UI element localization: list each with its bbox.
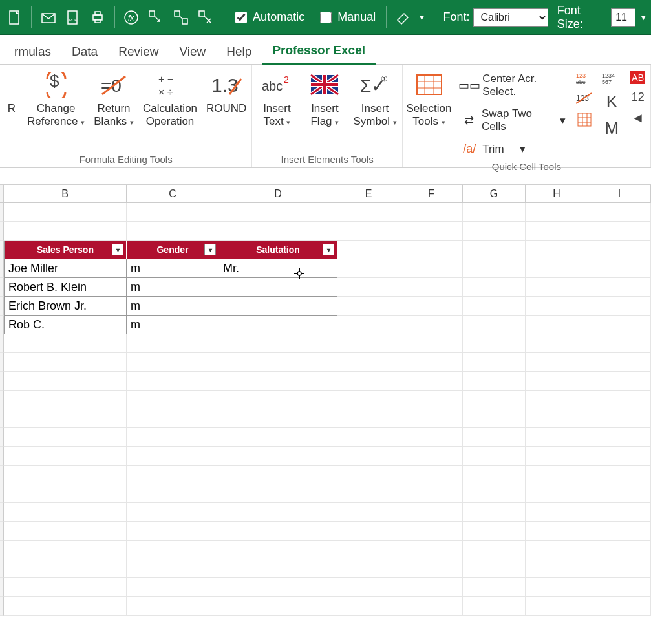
tab-professor-excel[interactable]: Professor Excel [262,37,376,65]
font-selector[interactable]: Calibri [473,8,548,27]
number-pair-icon[interactable]: 1234567 [602,71,621,85]
automatic-checkbox[interactable]: Automatic [233,10,304,25]
col-header-f[interactable]: F [400,185,463,202]
filter-button-salutation[interactable]: ▾ [323,244,334,255]
col-header-d[interactable]: D [219,185,337,202]
fontsize-caret[interactable]: ▼ [639,13,647,22]
trim-icon: /a/ [460,142,478,156]
svg-text:fx: fx [128,14,134,23]
first-partial-button[interactable]: R [5,67,18,115]
grid-icon[interactable] [577,113,592,127]
ribbon-content: R $ ChangeReference ▾ =0 ReturnBlanks ▾ … [0,65,651,168]
fontsize-label: Font Size: [557,4,607,31]
ab-red-icon[interactable]: AB [630,71,645,84]
letter-k-icon[interactable]: K [606,92,617,112]
svg-rect-38 [578,113,591,126]
remove-link-icon[interactable] [195,6,217,29]
pdf-file-icon[interactable]: PDF [62,6,84,29]
svg-text:1.3: 1.3 [211,74,239,96]
svg-rect-29 [417,75,442,94]
quick-access-toolbar: PDF fx Automatic Manual ▼ Font: Calibri … [0,0,651,35]
eraser-icon[interactable] [392,6,414,29]
mail-file-icon[interactable] [37,6,59,29]
svg-rect-5 [95,12,100,15]
link-cell-icon[interactable] [145,6,167,29]
tab-review[interactable]: Review [108,38,169,64]
col-header-g[interactable]: G [463,185,526,202]
group-label-formula-editing: Formula Editing Tools [5,151,246,166]
filter-button-gender[interactable]: ▾ [204,244,216,255]
number-strike-icon[interactable]: 123 [576,92,593,106]
svg-text:× ÷: × ÷ [158,87,173,98]
group-quick-cell-tools: SelectionTools ▾ ▭▭ Center Acr. Select. … [403,65,651,167]
col-header-h[interactable]: H [526,185,588,202]
selection-tools-button[interactable]: SelectionTools ▾ [408,67,450,129]
symbol-icon: Σ✓① [359,71,391,100]
change-reference-button[interactable]: $ ChangeReference ▾ [27,67,85,129]
center-across-icon: ▭▭ [460,78,478,92]
font-label: Font: [443,10,469,24]
table-row[interactable]: Robert B. Klein m [0,278,651,297]
table-row[interactable]: Rob C. m [0,316,651,334]
svg-rect-6 [95,19,100,23]
tab-view[interactable]: View [169,38,216,64]
manual-label: Manual [337,10,376,24]
letter-m-icon[interactable]: M [604,118,619,138]
filter-button-sales-person[interactable]: ▾ [112,244,123,255]
tab-help[interactable]: Help [216,38,262,64]
table-header-sales-person[interactable]: Sales Person ▾ [4,241,127,259]
col-header-b[interactable]: B [4,185,127,202]
back-arrow-icon[interactable]: ◄ [632,111,645,125]
eraser-dropdown-caret[interactable]: ▼ [418,13,426,22]
table-row[interactable]: Joe Miller m Mr. [0,259,651,278]
table-header-salutation[interactable]: Salutation ▾ [219,241,337,259]
swap-two-cells-button[interactable]: ⇄ Swap Two Cells ▾ [459,105,567,136]
tab-data[interactable]: Data [61,38,108,64]
abc-icon: abc2 [261,71,293,100]
insert-text-button[interactable]: abc2 InsertText ▾ [257,67,296,129]
flag-icon [310,71,339,100]
group-formula-editing: R $ ChangeReference ▾ =0 ReturnBlanks ▾ … [0,65,252,167]
round-button[interactable]: 1.3 ROUND [206,67,246,115]
svg-text:PDF: PDF [69,18,77,22]
col-header-c[interactable]: C [127,185,219,202]
numbers-icon[interactable]: 12 [632,91,645,104]
col-header-i[interactable]: I [588,185,651,202]
svg-text:+ −: + − [158,74,173,85]
svg-text:1234: 1234 [602,72,615,79]
unlink-cell-icon[interactable] [169,6,191,29]
col-header-e[interactable]: E [337,185,400,202]
svg-rect-11 [182,19,187,24]
ribbon-tabs: rmulas Data Review View Help Professor E… [0,35,651,65]
svg-text:$: $ [50,72,59,91]
number-format-123-icon[interactable]: 123abc [576,71,593,85]
fontsize-input[interactable] [611,8,635,27]
column-headers: B C D E F G H I [0,185,651,203]
svg-text:567: 567 [602,79,612,85]
trim-button[interactable]: /a/ Trim ▾ [459,140,567,158]
calculation-operation-button[interactable]: + −× ÷ CalculationOperation [143,67,197,129]
svg-rect-12 [199,11,204,16]
table-header-gender[interactable]: Gender ▾ [127,241,219,259]
svg-text:abc: abc [262,79,283,93]
group-label-quick-cell: Quick Cell Tools [408,158,645,173]
function-icon[interactable]: fx [120,6,142,29]
insert-symbol-button[interactable]: Σ✓① InsertSymbol ▾ [353,67,396,129]
svg-rect-10 [175,11,180,16]
new-file-icon[interactable] [4,6,26,29]
insert-flag-button[interactable]: InsertFlag ▾ [305,67,344,129]
return-blanks-button[interactable]: =0 ReturnBlanks ▾ [94,67,134,129]
print-icon[interactable] [87,6,109,29]
calc-op-icon: + −× ÷ [157,71,183,100]
selection-icon [414,71,444,100]
round-icon: 1.3 [210,71,242,100]
automatic-label: Automatic [253,10,304,24]
group-insert-elements: abc2 InsertText ▾ InsertFlag ▾ Σ✓① Inser… [252,65,402,167]
tab-formulas-partial[interactable]: rmulas [4,38,61,64]
manual-checkbox[interactable]: Manual [317,10,376,25]
equals-zero-icon: =0 [100,71,128,100]
center-across-selection-button[interactable]: ▭▭ Center Acr. Select. [459,70,567,101]
group-label-insert-elements: Insert Elements Tools [257,151,396,166]
sheet-area[interactable]: Sales Person ▾ Gender ▾ Salutation ▾ Joe… [0,203,651,616]
table-row[interactable]: Erich Brown Jr. m [0,297,651,316]
